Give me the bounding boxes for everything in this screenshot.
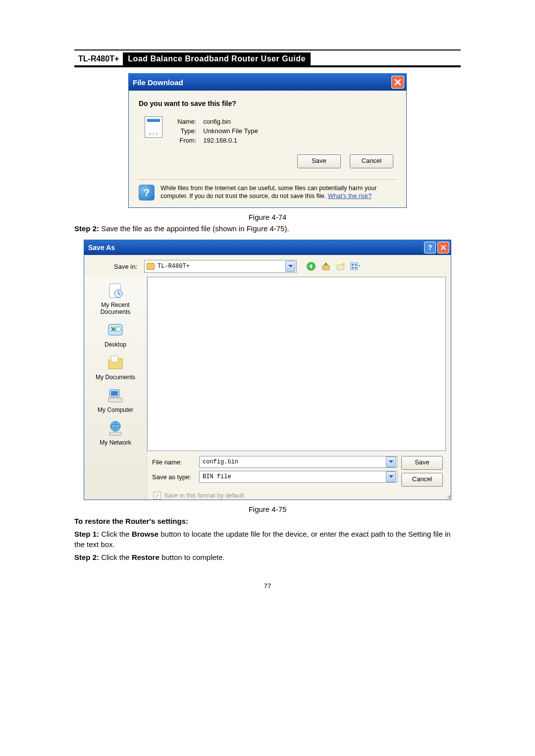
recent-documents-icon [106,282,125,300]
svg-rect-1 [322,265,329,270]
svg-point-12 [116,327,121,332]
dialog-question: Do you want to save this file? [139,100,396,107]
saveastype-combo[interactable]: BIN file [199,471,397,483]
place-my-network[interactable]: My Network [86,418,145,446]
place-desktop[interactable]: Desktop [86,320,145,348]
chevron-down-icon[interactable] [386,456,396,467]
model-label: TL-R480T+ [74,52,123,65]
my-documents-icon [106,354,125,372]
save-format-checkbox: ✓ Save in this format by default [147,490,244,500]
svg-rect-16 [108,398,122,402]
svg-rect-15 [111,391,118,396]
file-info-table: Name: config.bin Type: Unknown File Type… [173,116,262,146]
restore-step-2: Step 2: Click the Restore button to comp… [74,553,461,562]
type-label: Type: [174,127,199,135]
from-value: 192.168.0.1 [200,136,261,145]
chevron-down-icon[interactable] [285,261,295,272]
svg-rect-6 [355,264,357,266]
save-as-dialog: Save As ? Save in: TL-R480T+ [84,240,451,500]
dialog-titlebar: Save As ? [84,240,451,255]
dialog-title: File Download [133,78,183,87]
warning-text: While files from the Internet can be use… [160,185,396,201]
folder-icon [147,263,155,270]
checkbox-icon: ✓ [153,492,161,500]
file-type-icon: 0 1 0 [145,116,162,138]
figure-caption-1: Figure 4-74 [74,213,461,221]
desktop-icon [106,321,125,339]
back-icon[interactable] [306,261,317,272]
svg-rect-19 [109,432,121,435]
close-icon [440,245,446,251]
close-button[interactable] [391,76,404,89]
page-header: TL-R480T+ Load Balance Broadband Router … [74,52,461,67]
file-download-dialog: File Download Do you want to save this f… [128,73,407,208]
close-button[interactable] [437,242,449,253]
file-list-area[interactable] [147,277,446,451]
resize-grip-icon[interactable]: ◢ [447,493,451,500]
svg-point-3 [342,263,345,266]
views-icon[interactable] [350,261,361,272]
place-recent[interactable]: My Recent Documents [86,281,145,315]
cancel-button[interactable]: Cancel [350,154,393,168]
restore-heading: To restore the Router's settings: [74,516,461,526]
from-label: From: [174,136,199,145]
my-network-icon [106,419,125,437]
svg-rect-8 [355,267,357,269]
step-2-save-file: Step 2: Save the file as the appointed f… [74,224,461,233]
help-button[interactable]: ? [424,242,436,253]
save-in-value: TL-R480T+ [158,263,190,270]
place-my-documents[interactable]: My Documents [86,353,145,381]
place-my-computer[interactable]: My Computer [86,386,145,413]
save-button[interactable]: Save [297,154,341,168]
help-shield-icon: ? [139,185,155,201]
page-number: 77 [74,582,461,590]
svg-rect-5 [352,264,354,266]
name-label: Name: [174,117,199,126]
new-folder-icon[interactable] [335,261,346,272]
restore-step-1: Step 1: Click the Browse button to locat… [74,529,461,550]
name-value: config.bin [200,117,261,126]
filename-label: File name: [147,458,199,466]
up-one-level-icon[interactable] [321,261,331,272]
dialog-titlebar: File Download [129,74,406,91]
save-button[interactable]: Save [401,456,443,470]
my-computer-icon [106,387,125,404]
save-in-label: Save in: [90,263,140,270]
guide-title: Load Balance Broadband Router User Guide [123,52,311,65]
whats-the-risk-link[interactable]: What's the risk? [328,193,372,200]
places-bar: My Recent Documents Desktop My Documents… [84,276,147,500]
saveastype-label: Save as type: [147,473,199,481]
type-value: Unknown File Type [200,127,261,135]
svg-rect-13 [111,356,118,362]
svg-rect-7 [352,267,354,269]
close-icon [394,79,401,86]
figure-caption-2: Figure 4-75 [74,505,461,513]
save-in-combo[interactable]: TL-R480T+ [144,260,297,273]
cancel-button[interactable]: Cancel [401,473,443,487]
filename-input[interactable]: config.bin [199,456,397,468]
dialog-title: Save As [88,244,115,252]
chevron-down-icon[interactable] [386,471,396,482]
